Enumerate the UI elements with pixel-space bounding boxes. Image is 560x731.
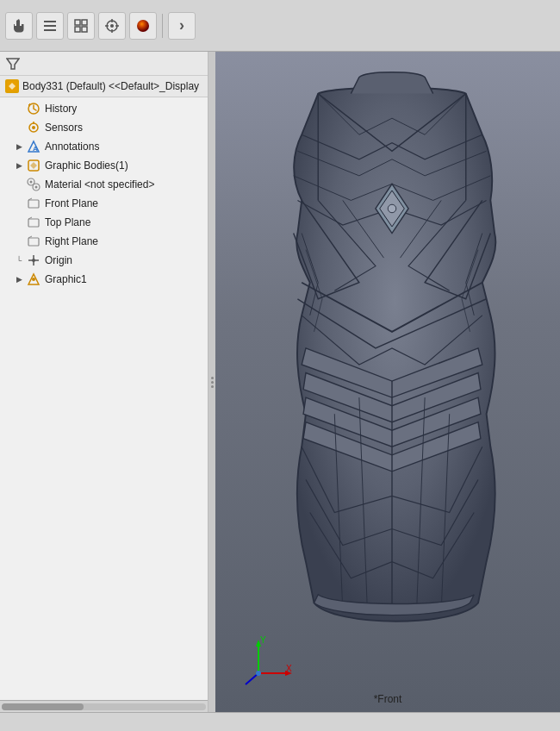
tree-item-top-plane[interactable]: Top Plane xyxy=(0,213,208,232)
status-bar xyxy=(0,712,560,731)
tree-item-graphic-bodies[interactable]: ▶ Graphic Bodies(1) xyxy=(0,156,208,175)
graphic1-icon xyxy=(26,272,41,287)
display-manager-button[interactable] xyxy=(129,12,157,40)
svg-point-38 xyxy=(388,204,396,213)
horizontal-scrollbar[interactable] xyxy=(0,700,208,712)
tree-item-annotations[interactable]: ▶ A Annotations xyxy=(0,137,208,156)
tree-root-item[interactable]: Body331 (Default) <<Default>_Display xyxy=(0,76,208,97)
material-label: Material <not specified> xyxy=(45,178,154,191)
body-icon xyxy=(5,79,19,93)
svg-point-36 xyxy=(32,259,35,262)
tree-item-origin[interactable]: └ Origin xyxy=(0,251,208,270)
svg-point-25 xyxy=(30,181,33,184)
sensors-label: Sensors xyxy=(45,122,83,134)
filter-icon[interactable] xyxy=(5,56,21,72)
svg-rect-4 xyxy=(82,20,87,25)
bodies-expander: ▶ xyxy=(14,160,24,171)
view-label: *Front xyxy=(374,693,402,705)
tree-item-sensors[interactable]: Sensors xyxy=(0,118,208,137)
model-svg xyxy=(246,69,538,660)
tree-root-label: Body331 (Default) <<Default>_Display xyxy=(22,80,199,92)
grid-icon xyxy=(72,17,90,34)
origin-label: Origin xyxy=(45,254,72,266)
history-label: History xyxy=(45,103,77,115)
resize-dots xyxy=(211,377,214,388)
graphic1-expander: ▶ xyxy=(14,274,24,284)
tree-item-history[interactable]: History xyxy=(0,99,208,118)
tree-item-front-plane[interactable]: Front Plane xyxy=(0,194,208,213)
svg-rect-6 xyxy=(82,27,87,32)
property-manager-button[interactable] xyxy=(67,12,95,40)
svg-point-46 xyxy=(256,671,261,676)
app-container: › Body331 (Defa xyxy=(0,0,560,731)
content-area: Body331 (Default) <<Default>_Display His… xyxy=(0,52,560,712)
resize-dot xyxy=(211,381,214,384)
toolbar: › xyxy=(0,0,560,52)
origin-icon xyxy=(26,253,41,268)
more-button[interactable]: › xyxy=(168,12,196,40)
svg-point-12 xyxy=(110,24,114,28)
resize-dot xyxy=(211,385,214,388)
svg-rect-27 xyxy=(28,200,39,208)
top-plane-icon xyxy=(26,215,41,230)
svg-rect-5 xyxy=(75,27,80,32)
tree-item-graphic1[interactable]: ▶ Graphic1 xyxy=(0,270,208,289)
tree-item-material[interactable]: Material <not specified> xyxy=(0,175,208,194)
svg-text:A: A xyxy=(33,145,38,153)
material-icon xyxy=(26,177,41,192)
scroll-track[interactable] xyxy=(2,703,206,710)
svg-point-26 xyxy=(35,186,38,189)
svg-rect-3 xyxy=(75,20,80,25)
front-plane-expander xyxy=(14,198,24,209)
top-plane-label: Top Plane xyxy=(45,216,90,228)
svg-point-13 xyxy=(137,20,149,32)
svg-text:X: X xyxy=(286,664,292,673)
annotations-icon: A xyxy=(26,139,41,154)
crosshair-icon xyxy=(103,17,121,34)
svg-rect-32 xyxy=(28,238,39,246)
sphere-icon xyxy=(134,17,152,34)
sensors-icon xyxy=(26,120,41,135)
bodies-icon xyxy=(26,158,41,173)
origin-expander: └ xyxy=(14,255,24,266)
history-icon xyxy=(26,101,41,116)
tree-list: History Sensors ▶ xyxy=(0,97,208,700)
bodies-label: Graphic Bodies(1) xyxy=(45,159,128,172)
right-plane-expander xyxy=(14,236,24,247)
scroll-thumb[interactable] xyxy=(2,703,84,710)
material-expander xyxy=(14,179,24,190)
resize-handle[interactable] xyxy=(208,52,215,712)
front-plane-label: Front Plane xyxy=(45,197,98,209)
front-plane-icon xyxy=(26,196,41,211)
svg-rect-30 xyxy=(28,219,39,227)
svg-rect-1 xyxy=(44,25,56,27)
pan-button[interactable] xyxy=(5,12,33,40)
model-container xyxy=(241,69,543,660)
svg-point-37 xyxy=(32,278,35,281)
svg-text:Y: Y xyxy=(260,635,266,645)
toolbar-separator xyxy=(162,14,163,38)
top-plane-expander xyxy=(14,217,24,228)
history-expander xyxy=(14,103,24,114)
left-panel: Body331 (Default) <<Default>_Display His… xyxy=(0,52,208,712)
svg-point-18 xyxy=(32,126,35,129)
graphic1-label: Graphic1 xyxy=(45,273,87,285)
annotations-expander: ▶ xyxy=(14,141,24,152)
svg-rect-2 xyxy=(44,29,56,31)
axis-indicator: Y X xyxy=(241,634,293,686)
hand-icon xyxy=(10,17,28,34)
sensors-expander xyxy=(14,122,24,133)
config-manager-button[interactable] xyxy=(98,12,126,40)
feature-manager-button[interactable] xyxy=(36,12,64,40)
3d-viewport[interactable]: Y X *Front xyxy=(215,52,560,712)
annotations-label: Annotations xyxy=(45,141,99,153)
right-plane-icon xyxy=(26,234,41,249)
svg-marker-14 xyxy=(7,59,19,69)
resize-dot xyxy=(211,377,214,379)
filter-bar xyxy=(0,52,208,76)
right-plane-label: Right Plane xyxy=(45,235,98,247)
tree-item-right-plane[interactable]: Right Plane xyxy=(0,232,208,251)
list-icon xyxy=(41,17,59,34)
svg-rect-0 xyxy=(44,21,56,22)
